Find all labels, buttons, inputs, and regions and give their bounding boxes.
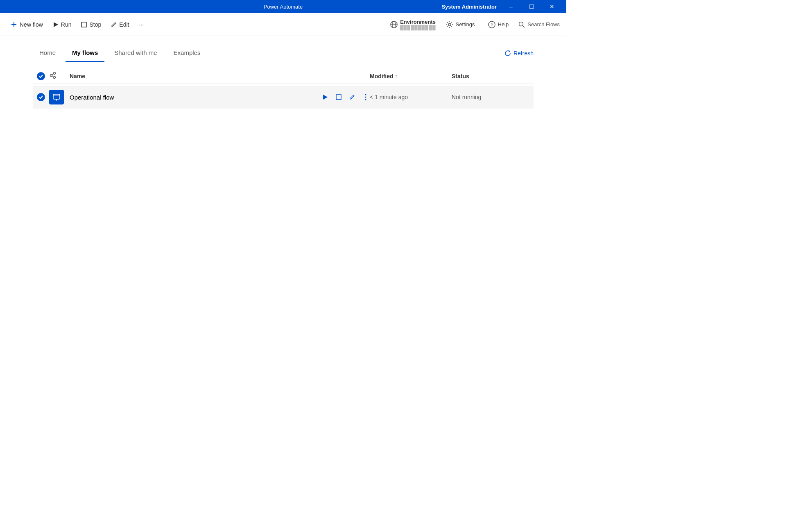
svg-text:?: ? [491,22,493,27]
svg-point-21 [365,94,366,95]
svg-rect-1 [81,22,86,27]
title-bar-title: Power Automate [264,4,303,10]
maximize-button[interactable]: ☐ [522,0,541,13]
svg-rect-15 [53,94,60,99]
sort-arrow-icon: ↑ [395,73,398,79]
run-button[interactable]: Run [49,19,76,30]
tab-examples[interactable]: Examples [167,44,207,62]
svg-point-11 [54,73,56,75]
search-icon [518,21,525,28]
flow-icon-cell [49,90,70,104]
flow-status: Not running [452,94,534,100]
new-flow-button[interactable]: New flow [7,19,47,30]
table-row[interactable]: Operational flow < 1 minute ago Not runn… [33,86,534,109]
tab-sharedwithme[interactable]: Shared with me [108,44,163,62]
table-header: Name Modified ↑ Status [33,68,534,84]
flow-name: Operational flow [70,94,321,101]
globe-icon [390,21,398,28]
play-icon [53,22,59,27]
svg-point-5 [448,23,451,26]
svg-line-14 [52,76,54,77]
svg-point-12 [54,77,56,79]
nav-area: Home My flows Shared with me Examples Re… [0,36,566,62]
minimize-button[interactable]: – [502,0,520,13]
svg-point-22 [365,97,366,98]
stop-button[interactable]: Stop [77,19,105,30]
row-checkbox[interactable] [33,93,49,101]
edit-icon [111,22,117,27]
help-icon: ? [488,21,495,28]
toolbar: New flow Run Stop Edit ··· Environments … [0,13,566,36]
column-name-header[interactable]: Name [70,73,370,79]
flow-icon [49,90,64,104]
svg-point-23 [365,99,366,100]
column-modified-header[interactable]: Modified ↑ [370,73,452,79]
toolbar-right: Environments ██████████ Settings ? Help [390,19,560,30]
settings-button[interactable]: Settings [443,19,478,30]
svg-rect-20 [336,95,341,100]
tab-myflows[interactable]: My flows [66,44,104,62]
flow-type-icon [49,72,57,79]
svg-point-8 [519,22,523,26]
title-bar: Power Automate System Administrator – ☐ … [0,0,566,13]
svg-marker-0 [54,22,58,27]
stop-icon [81,22,87,27]
svg-point-10 [50,75,52,77]
env-name: ██████████ [400,25,436,30]
edit-button[interactable]: Edit [107,19,133,30]
help-button[interactable]: ? Help [485,19,512,30]
svg-marker-19 [323,95,328,100]
refresh-icon [504,50,511,57]
row-stop-button[interactable] [334,91,343,103]
header-select-all[interactable] [33,72,49,80]
svg-line-13 [52,74,54,75]
plus-icon [11,21,17,28]
row-more-button[interactable] [361,91,370,103]
nav-tabs: Home My flows Shared with me Examples [33,44,210,62]
title-bar-controls: System Administrator – ☐ ✕ [441,0,561,13]
flow-modified: < 1 minute ago [370,94,452,100]
row-actions [321,91,370,103]
row-edit-button[interactable] [348,91,356,103]
table-area: Name Modified ↑ Status Operational flow [0,68,566,109]
gear-icon [446,21,453,28]
svg-line-9 [523,25,525,27]
row-run-button[interactable] [321,91,329,103]
refresh-button[interactable]: Refresh [504,50,534,57]
environments-label: Environments [400,19,436,25]
close-button[interactable]: ✕ [543,0,561,13]
tab-home[interactable]: Home [33,44,62,62]
search-flows-button[interactable]: Search Flows [518,21,560,28]
environments-button[interactable]: Environments ██████████ [390,19,436,30]
more-button[interactable]: ··· [135,19,148,30]
column-status-header[interactable]: Status [452,73,534,79]
user-name: System Administrator [441,4,497,10]
